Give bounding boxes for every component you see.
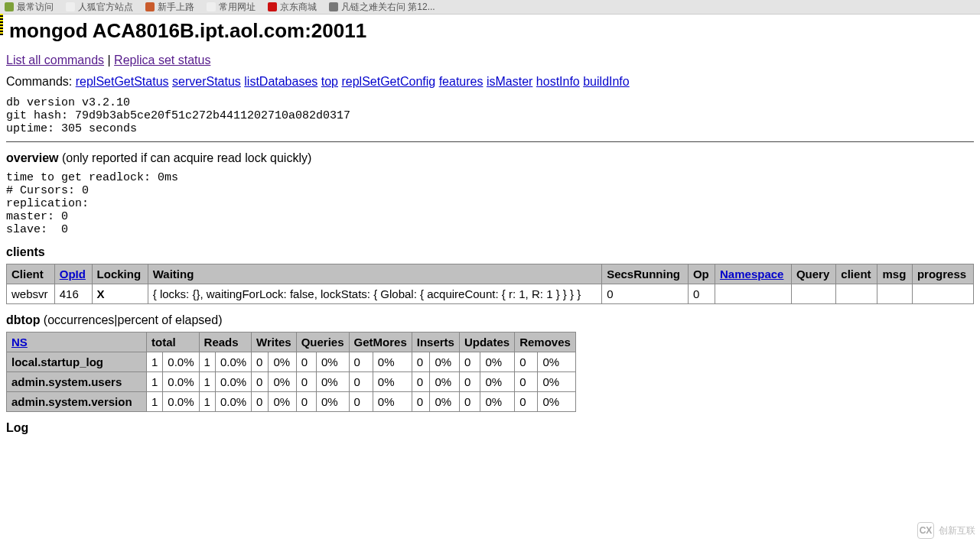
dbtop-cell: 1 <box>199 392 215 412</box>
dbtop-header-Reads: Reads <box>199 333 252 352</box>
browser-bookmark-bar: 最常访问人狐官方站点新手上路常用网址京东商城凡链之难关右问 第12... <box>0 0 980 15</box>
clients-header-OpId: OpId <box>54 264 92 284</box>
clients-header-Op: Op <box>688 264 715 284</box>
dbtop-cell: 0.0% <box>163 352 199 372</box>
bookmark-icon <box>329 2 338 11</box>
overview-note: (only reported if can acquire read lock … <box>58 151 311 164</box>
dbtop-cell: 0 <box>252 372 269 392</box>
command-link-isMaster[interactable]: isMaster <box>487 75 532 88</box>
clients-header-msg: msg <box>877 264 912 284</box>
clients-cell-Query <box>791 284 835 304</box>
command-link-listDatabases[interactable]: listDatabases <box>244 75 317 88</box>
bookmark-item[interactable]: 常用网址 <box>207 0 256 14</box>
bookmark-item[interactable]: 人狐官方站点 <box>66 0 133 14</box>
dbtop-cell: 0.0% <box>163 392 199 412</box>
dbtop-header-total: total <box>147 333 200 352</box>
dbtop-header-Writes: Writes <box>252 333 297 352</box>
command-link-top[interactable]: top <box>321 75 338 88</box>
log-label: Log <box>6 421 28 434</box>
dbtop-cell: 1 <box>147 372 163 392</box>
bookmark-item[interactable]: 新手上路 <box>145 0 194 14</box>
dbtop-cell: 0% <box>538 372 575 392</box>
dbtop-cell: 0% <box>430 352 460 372</box>
dbtop-cell: 0 <box>515 372 538 392</box>
clients-cell-msg <box>877 284 912 304</box>
clients-header-Waiting: Waiting <box>148 264 601 284</box>
bookmark-item[interactable]: 凡链之难关右问 第12... <box>329 0 435 14</box>
command-link-replSetGetConfig[interactable]: replSetGetConfig <box>341 75 435 88</box>
dbtop-ns-cell: local.startup_log <box>7 352 147 372</box>
dbtop-heading: dbtop (occurrences|percent of elapsed) <box>6 313 974 327</box>
overview-heading: overview (only reported if can acquire r… <box>6 151 974 165</box>
dbtop-cell: 0% <box>538 352 575 372</box>
clients-header-client: client <box>836 264 877 284</box>
clients-heading: clients <box>6 245 974 259</box>
dbtop-header-ns: NS <box>7 333 147 352</box>
overview-body: time to get readlock: 0ms # Cursors: 0 r… <box>6 171 974 236</box>
clients-label: clients <box>6 245 45 258</box>
table-row: local.startup_log10.0%10.0%00%00%00%00%0… <box>7 352 576 372</box>
dbtop-cell: 0 <box>412 372 430 392</box>
dbtop-cell: 0% <box>316 372 349 392</box>
dbtop-note: (occurrences|percent of elapsed) <box>40 313 222 326</box>
dbtop-cell: 0.0% <box>215 352 251 372</box>
dbtop-cell: 0% <box>269 352 296 372</box>
replica-set-status-link[interactable]: Replica set status <box>114 54 210 67</box>
commands-label: Commands: <box>6 75 76 88</box>
command-link-hostInfo[interactable]: hostInfo <box>536 75 580 88</box>
dbtop-ns-link[interactable]: NS <box>11 336 28 349</box>
dbtop-cell: 0 <box>349 392 373 412</box>
list-all-commands-link[interactable]: List all commands <box>6 54 104 67</box>
dbtop-cell: 0% <box>480 392 515 412</box>
dbtop-cell: 1 <box>199 372 215 392</box>
dbtop-cell: 0 <box>349 372 373 392</box>
bookmark-icon <box>66 2 75 11</box>
clients-cell-Op: 0 <box>688 284 715 304</box>
table-row: websvr416X{ locks: {}, waitingForLock: f… <box>7 284 974 304</box>
clients-cell-SecsRunning: 0 <box>602 284 689 304</box>
dbtop-cell: 0.0% <box>215 392 251 412</box>
bookmark-icon <box>268 2 277 11</box>
clients-header-progress: progress <box>912 264 973 284</box>
dbtop-cell: 0 <box>296 352 316 372</box>
dbtop-header-Queries: Queries <box>296 333 349 352</box>
clients-header-Namespace: Namespace <box>715 264 792 284</box>
top-nav: List all commands | Replica set status <box>6 54 974 67</box>
clients-cell-Client: websvr <box>7 284 55 304</box>
dbtop-header-Inserts: Inserts <box>412 333 459 352</box>
server-info-pre: db version v3.2.10 git hash: 79d9b3ab5ce… <box>6 96 974 135</box>
dbtop-cell: 0 <box>412 392 430 412</box>
clients-header-Locking: Locking <box>92 264 148 284</box>
dbtop-cell: 0 <box>349 352 373 372</box>
command-link-serverStatus[interactable]: serverStatus <box>172 75 241 88</box>
clients-cell-OpId: 416 <box>54 284 92 304</box>
dbtop-cell: 0.0% <box>215 372 251 392</box>
bookmark-icon <box>5 2 14 11</box>
bookmark-item[interactable]: 最常访问 <box>5 0 54 14</box>
table-row: admin.system.version10.0%10.0%00%00%00%0… <box>7 392 576 412</box>
dbtop-cell: 0% <box>373 352 412 372</box>
command-link-buildInfo[interactable]: buildInfo <box>583 75 630 88</box>
bookmark-icon <box>145 2 155 11</box>
bookmark-item[interactable]: 京东商城 <box>268 0 317 14</box>
dbtop-cell: 0 <box>515 392 538 412</box>
left-stripe-icon <box>0 14 3 35</box>
clients-cell-Waiting: { locks: {}, waitingForLock: false, lock… <box>148 284 601 304</box>
dbtop-cell: 0% <box>373 372 412 392</box>
clients-header-link-Namespace[interactable]: Namespace <box>720 268 783 281</box>
command-link-replSetGetStatus[interactable]: replSetGetStatus <box>76 75 169 88</box>
commands-row: Commands: replSetGetStatus serverStatus … <box>6 75 974 89</box>
clients-cell-progress <box>912 284 973 304</box>
command-link-features[interactable]: features <box>439 75 483 88</box>
dbtop-header-Removes: Removes <box>515 333 576 352</box>
clients-cell-client <box>836 284 877 304</box>
bookmark-icon <box>207 2 216 11</box>
dbtop-cell: 0% <box>480 352 515 372</box>
dbtop-cell: 0 <box>412 352 430 372</box>
dbtop-cell: 0 <box>252 392 269 412</box>
overview-label: overview <box>6 151 58 164</box>
nav-sep: | <box>104 54 114 67</box>
dbtop-cell: 0% <box>316 392 349 412</box>
clients-header-SecsRunning: SecsRunning <box>602 264 689 284</box>
clients-header-link-OpId[interactable]: OpId <box>60 268 86 281</box>
